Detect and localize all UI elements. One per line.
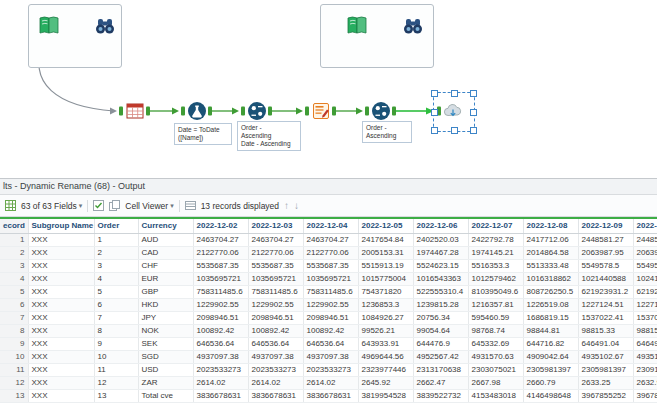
value-cell[interactable]: 5549578.5 — [633, 260, 657, 273]
table-grid-icon[interactable] — [5, 200, 16, 211]
value-cell[interactable]: 643933.91 — [358, 338, 413, 351]
currency-cell[interactable]: CAD — [138, 247, 193, 260]
value-cell[interactable]: 98844.81 — [523, 325, 578, 338]
value-cell[interactable]: 20756.34 — [413, 312, 468, 325]
value-cell[interactable]: 1229902.55 — [248, 299, 303, 312]
fields-dropdown[interactable]: 63 of 63 Fields ▾ — [21, 201, 82, 211]
value-cell[interactable]: 99526.21 — [358, 325, 413, 338]
column-header[interactable]: Currency — [138, 218, 193, 234]
order-cell[interactable]: 7 — [94, 312, 138, 325]
subgroup-cell[interactable]: XXX — [28, 338, 94, 351]
record-number[interactable]: 7 — [0, 312, 28, 325]
value-cell[interactable]: 1236853.3 — [358, 299, 413, 312]
value-cell[interactable]: 2323977446 — [358, 364, 413, 377]
value-cell[interactable]: 1227124.51 — [578, 299, 633, 312]
subgroup-cell[interactable]: XXX — [28, 234, 94, 247]
value-cell[interactable]: 4937097.38 — [248, 351, 303, 364]
value-cell[interactable]: 2614.02 — [193, 377, 248, 390]
value-cell[interactable]: 2463704.27 — [303, 234, 358, 247]
cell-viewer-dropdown[interactable]: Cell Viewer ▾ — [125, 201, 173, 211]
value-cell[interactable]: 2417712.06 — [523, 234, 578, 247]
column-header[interactable]: 2022-12-02 — [193, 218, 248, 234]
record-number[interactable]: 1 — [0, 234, 28, 247]
value-cell[interactable]: 98815.33 — [578, 325, 633, 338]
value-cell[interactable]: 2063987.95 — [578, 247, 633, 260]
record-number[interactable]: 10 — [0, 351, 28, 364]
currency-cell[interactable]: CHF — [138, 260, 193, 273]
value-cell[interactable]: 646491.04 — [633, 338, 657, 351]
value-cell[interactable]: 646536.64 — [193, 338, 248, 351]
value-cell[interactable]: 5516353.3 — [468, 260, 523, 273]
subgroup-cell[interactable]: XXX — [28, 312, 94, 325]
value-cell[interactable]: 2023533273 — [248, 364, 303, 377]
value-cell[interactable]: 2632.98 — [633, 377, 657, 390]
browse-tool-2[interactable] — [402, 14, 424, 36]
subgroup-cell[interactable]: XXX — [28, 286, 94, 299]
value-cell[interactable]: 4935102.67 — [578, 351, 633, 364]
value-cell[interactable]: 595460.59 — [468, 312, 523, 325]
value-cell[interactable]: 2448581.27 — [578, 234, 633, 247]
value-cell[interactable]: 1035695721 — [193, 273, 248, 286]
value-cell[interactable]: 644716.82 — [523, 338, 578, 351]
column-header[interactable]: 2022-12-10 — [633, 218, 657, 234]
value-cell[interactable]: 4935102.67 — [633, 351, 657, 364]
value-cell[interactable]: 4937097.38 — [193, 351, 248, 364]
record-number[interactable]: 6 — [0, 299, 28, 312]
value-cell[interactable]: 646536.64 — [303, 338, 358, 351]
value-cell[interactable]: 1015775004 — [358, 273, 413, 286]
value-cell[interactable]: 2633.25 — [578, 377, 633, 390]
value-cell[interactable]: 1227124.51 — [633, 299, 657, 312]
currency-cell[interactable]: JPY — [138, 312, 193, 325]
value-cell[interactable]: 5535687.35 — [303, 260, 358, 273]
value-cell[interactable]: 2303075021 — [468, 364, 523, 377]
order-cell[interactable]: 6 — [94, 299, 138, 312]
annotation-sort-2[interactable]: Order -Ascending — [362, 121, 412, 143]
subgroup-cell[interactable]: XXX — [28, 351, 94, 364]
value-cell[interactable]: 2122770.06 — [248, 247, 303, 260]
sort-tool-1[interactable] — [246, 100, 268, 122]
selection-handle[interactable] — [431, 127, 438, 134]
currency-cell[interactable]: NOK — [138, 325, 193, 338]
value-cell[interactable]: 2614.02 — [248, 377, 303, 390]
order-cell[interactable]: 8 — [94, 325, 138, 338]
value-cell[interactable]: 1229902.55 — [193, 299, 248, 312]
column-header[interactable]: 2022-12-03 — [248, 218, 303, 234]
value-cell[interactable]: 2122770.06 — [303, 247, 358, 260]
value-cell[interactable]: 808726250.5 — [523, 286, 578, 299]
value-cell[interactable]: 2667.98 — [468, 377, 523, 390]
currency-cell[interactable]: GBP — [138, 286, 193, 299]
value-cell[interactable]: 1021440588 — [578, 273, 633, 286]
value-cell[interactable]: 5535687.35 — [193, 260, 248, 273]
macro-tool-2[interactable] — [346, 14, 368, 36]
value-cell[interactable]: 5524623.15 — [413, 260, 468, 273]
column-header[interactable]: 2022-12-04 — [303, 218, 358, 234]
value-cell[interactable]: 644476.9 — [413, 338, 468, 351]
value-cell[interactable]: 646491.04 — [578, 338, 633, 351]
value-cell[interactable]: 1024140535 — [633, 273, 657, 286]
value-cell[interactable]: 100892.42 — [248, 325, 303, 338]
selection-handle[interactable] — [451, 127, 458, 134]
value-cell[interactable]: 621923931.2 — [633, 286, 657, 299]
record-number[interactable]: 3 — [0, 260, 28, 273]
sort-tool-2[interactable] — [370, 100, 392, 122]
subgroup-cell[interactable]: XXX — [28, 273, 94, 286]
value-cell[interactable]: 646536.64 — [248, 338, 303, 351]
value-cell[interactable]: 2448581.27 — [633, 234, 657, 247]
column-header[interactable]: 2022-12-06 — [413, 218, 468, 234]
record-number[interactable]: 8 — [0, 325, 28, 338]
value-cell[interactable]: 2402520.03 — [413, 234, 468, 247]
value-cell[interactable]: 98768.74 — [468, 325, 523, 338]
order-cell[interactable]: 1 — [94, 234, 138, 247]
subgroup-cell[interactable]: XXX — [28, 299, 94, 312]
value-cell[interactable]: 5549578.5 — [578, 260, 633, 273]
value-cell[interactable]: 2309145628 — [633, 364, 657, 377]
value-cell[interactable]: 1016543363 — [413, 273, 468, 286]
value-cell[interactable]: 2098946.51 — [248, 312, 303, 325]
value-cell[interactable]: 4969644.56 — [358, 351, 413, 364]
value-cell[interactable]: 1686819.15 — [523, 312, 578, 325]
value-cell[interactable]: 2305981397 — [523, 364, 578, 377]
value-cell[interactable]: 2614.02 — [303, 377, 358, 390]
value-cell[interactable]: 754371820 — [358, 286, 413, 299]
currency-cell[interactable]: SEK — [138, 338, 193, 351]
value-cell[interactable]: 2063987.95 — [633, 247, 657, 260]
